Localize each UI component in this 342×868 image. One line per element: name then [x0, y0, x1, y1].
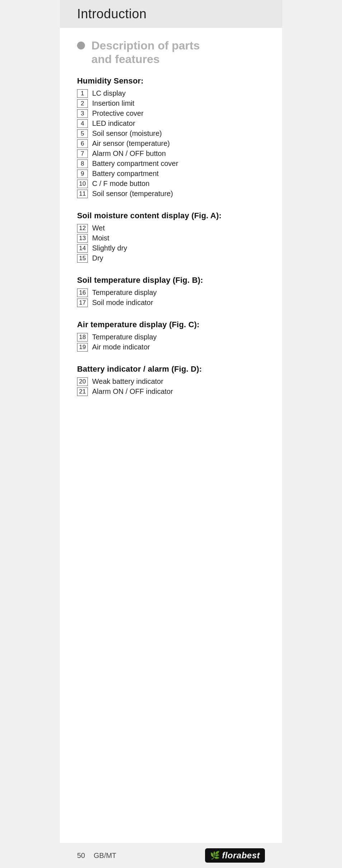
item-number: 13 — [77, 234, 88, 243]
item-number: 19 — [77, 343, 88, 352]
battery-indicator-section: Battery indicator / alarm (Fig. D): 20 W… — [77, 364, 265, 396]
section-heading-line1: Description of parts — [91, 39, 200, 52]
list-item: 7 Alarm ON / OFF button — [77, 149, 265, 158]
section-heading: Description of parts and features — [91, 39, 200, 66]
list-item: 6 Air sensor (temperature) — [77, 139, 265, 148]
item-number: 14 — [77, 244, 88, 253]
list-item: 21 Alarm ON / OFF indicator — [77, 387, 265, 396]
item-number: 9 — [77, 170, 88, 178]
locale: GB/MT — [94, 852, 116, 860]
item-label: LC display — [92, 89, 125, 97]
item-label: Alarm ON / OFF button — [92, 149, 166, 158]
list-item: 10 C / F mode button — [77, 180, 265, 188]
list-item: 15 Dry — [77, 254, 265, 263]
soil-moisture-title: Soil moisture content display (Fig. A): — [77, 211, 265, 220]
item-number: 17 — [77, 299, 88, 307]
soil-moisture-section: Soil moisture content display (Fig. A): … — [77, 211, 265, 263]
soil-temperature-section: Soil temperature display (Fig. B): 16 Te… — [77, 276, 265, 307]
item-label: Battery compartment — [92, 170, 159, 178]
page-title: Introduction — [77, 6, 147, 21]
item-label: Weak battery indicator — [92, 377, 163, 386]
item-number: 21 — [77, 387, 88, 396]
soil-moisture-list: 12 Wet 13 Moist 14 Slightly dry 15 Dry — [77, 224, 265, 263]
list-item: 16 Temperature display — [77, 288, 265, 297]
content-area: Description of parts and features Humidi… — [60, 39, 282, 430]
item-number: 1 — [77, 89, 88, 98]
bullet-icon — [77, 42, 85, 49]
humidity-sensor-list: 1 LC display 2 Insertion limit 3 Protect… — [77, 89, 265, 198]
item-number: 3 — [77, 109, 88, 118]
item-label: Slightly dry — [92, 244, 127, 252]
item-number: 5 — [77, 129, 88, 138]
leaf-icon: 🌿 — [210, 851, 220, 860]
list-item: 11 Soil sensor (temperature) — [77, 190, 265, 198]
item-label: Temperature display — [92, 288, 157, 297]
air-temperature-list: 18 Temperature display 19 Air mode indic… — [77, 333, 265, 352]
item-label: Air sensor (temperature) — [92, 139, 170, 148]
battery-indicator-title: Battery indicator / alarm (Fig. D): — [77, 364, 265, 374]
list-item: 2 Insertion limit — [77, 99, 265, 108]
humidity-sensor-title: Humidity Sensor: — [77, 76, 265, 86]
list-item: 12 Wet — [77, 224, 265, 233]
list-item: 13 Moist — [77, 234, 265, 243]
air-temperature-section: Air temperature display (Fig. C): 18 Tem… — [77, 320, 265, 352]
item-label: Soil mode indicator — [92, 299, 153, 307]
item-number: 7 — [77, 149, 88, 158]
item-label: LED indicator — [92, 119, 135, 128]
item-label: Insertion limit — [92, 99, 134, 108]
header-bar: Introduction — [60, 0, 282, 28]
item-label: Dry — [92, 254, 103, 262]
soil-temperature-title: Soil temperature display (Fig. B): — [77, 276, 265, 285]
brand-name: florabest — [222, 850, 260, 860]
item-number: 16 — [77, 288, 88, 297]
item-label: Soil sensor (temperature) — [92, 190, 173, 198]
item-label: Alarm ON / OFF indicator — [92, 387, 173, 396]
list-item: 5 Soil sensor (moisture) — [77, 129, 265, 138]
battery-indicator-list: 20 Weak battery indicator 21 Alarm ON / … — [77, 377, 265, 396]
item-label: Protective cover — [92, 109, 143, 118]
footer: 50 GB/MT 🌿 florabest — [60, 843, 282, 868]
item-number: 11 — [77, 190, 88, 198]
item-number: 4 — [77, 119, 88, 128]
list-item: 20 Weak battery indicator — [77, 377, 265, 386]
humidity-sensor-section: Humidity Sensor: 1 LC display 2 Insertio… — [77, 76, 265, 198]
list-item: 1 LC display — [77, 89, 265, 98]
item-number: 20 — [77, 377, 88, 386]
brand-logo: 🌿 florabest — [205, 848, 265, 863]
air-temperature-title: Air temperature display (Fig. C): — [77, 320, 265, 329]
item-number: 15 — [77, 254, 88, 263]
list-item: 8 Battery compartment cover — [77, 159, 265, 168]
list-item: 17 Soil mode indicator — [77, 299, 265, 307]
list-item: 9 Battery compartment — [77, 170, 265, 178]
section-heading-row: Description of parts and features — [77, 39, 265, 66]
item-label: Temperature display — [92, 333, 157, 341]
list-item: 3 Protective cover — [77, 109, 265, 118]
list-item: 18 Temperature display — [77, 333, 265, 342]
soil-temperature-list: 16 Temperature display 17 Soil mode indi… — [77, 288, 265, 307]
list-item: 14 Slightly dry — [77, 244, 265, 253]
item-number: 8 — [77, 159, 88, 168]
page: Introduction Description of parts and fe… — [60, 0, 282, 868]
item-label: Battery compartment cover — [92, 159, 178, 168]
item-number: 12 — [77, 224, 88, 233]
item-label: Air mode indicator — [92, 343, 150, 351]
footer-page-info: 50 GB/MT — [77, 852, 117, 860]
page-number: 50 — [77, 852, 85, 860]
item-number: 18 — [77, 333, 88, 342]
item-number: 10 — [77, 180, 88, 188]
item-number: 6 — [77, 139, 88, 148]
item-label: Wet — [92, 224, 105, 232]
logo-box: 🌿 florabest — [205, 848, 265, 863]
list-item: 19 Air mode indicator — [77, 343, 265, 352]
list-item: 4 LED indicator — [77, 119, 265, 128]
section-heading-line2: and features — [91, 53, 160, 66]
item-label: Soil sensor (moisture) — [92, 129, 162, 138]
item-label: Moist — [92, 234, 109, 242]
item-number: 2 — [77, 99, 88, 108]
item-label: C / F mode button — [92, 180, 149, 188]
